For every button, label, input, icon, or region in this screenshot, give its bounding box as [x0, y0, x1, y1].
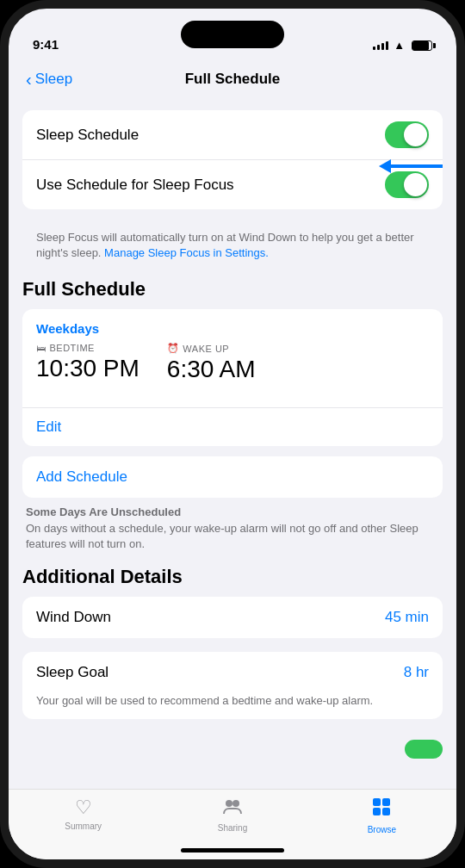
battery-fill: [412, 41, 429, 50]
weekday-label: Weekdays: [36, 321, 429, 336]
toggle-knob2: [404, 173, 427, 196]
sleep-goal-card: Sleep Goal 8 hr Your goal will be used t…: [22, 652, 443, 719]
bar2: [377, 45, 380, 50]
bedtime-col: 🛏 BEDTIME 10:30 PM: [36, 343, 140, 383]
use-schedule-toggle[interactable]: [385, 171, 429, 198]
summary-label: Summary: [65, 822, 102, 831]
arrow-line: [391, 164, 443, 168]
sharing-icon: [222, 797, 243, 821]
edit-button[interactable]: Edit: [22, 408, 443, 446]
bedtime-type: 🛏 BEDTIME: [36, 343, 140, 353]
toggle-knob: [404, 123, 427, 146]
additional-details-header: Additional Details: [22, 566, 443, 588]
scroll-content[interactable]: Sleep Schedule Use Schedule for Sleep Fo…: [9, 100, 456, 789]
svg-point-0: [226, 800, 232, 807]
sharing-label: Sharing: [218, 823, 247, 833]
wifi-icon: ▲: [394, 39, 405, 52]
green-badge: [405, 740, 443, 759]
sleep-goal-row[interactable]: Sleep Goal 8 hr: [22, 652, 443, 693]
use-schedule-label: Use Schedule for Sleep Focus: [36, 177, 234, 194]
signal-bars-icon: [373, 41, 388, 50]
wakeup-time: 6:30 AM: [167, 356, 256, 383]
summary-icon: ♡: [75, 797, 92, 819]
nav-bar: ‹ Sleep Full Schedule: [9, 59, 456, 100]
bar1: [373, 46, 375, 50]
sleep-focus-link[interactable]: Manage Sleep Focus in Settings.: [104, 246, 269, 259]
svg-rect-3: [382, 798, 390, 806]
phone-frame: 9:41 ▲ ‹ Sleep Full Schedule: [0, 0, 465, 868]
sleep-goal-note: Your goal will be used to recommend a be…: [22, 693, 443, 719]
browse-label: Browse: [368, 825, 396, 834]
bottom-spacer: [22, 733, 443, 759]
dynamic-island: [181, 21, 284, 48]
tab-sharing[interactable]: Sharing: [158, 797, 307, 833]
unscheduled-body: On days without a schedule, your wake-up…: [26, 522, 418, 550]
schedule-card: Weekdays 🛏 BEDTIME 10:30 PM ⏰ WAKE UP: [22, 309, 443, 446]
alarm-icon: ⏰: [167, 343, 180, 354]
sleep-goal-label: Sleep Goal: [36, 664, 108, 681]
sleep-schedule-row: Sleep Schedule: [22, 110, 443, 159]
svg-point-1: [232, 800, 239, 807]
schedule-inner: Weekdays 🛏 BEDTIME 10:30 PM ⏰ WAKE UP: [22, 309, 443, 397]
wakeup-type: ⏰ WAKE UP: [167, 343, 256, 354]
nav-title: Full Schedule: [185, 71, 281, 88]
sleep-schedule-label: Sleep Schedule: [36, 127, 139, 144]
wind-down-card: Wind Down 45 min: [22, 597, 443, 638]
back-label: Sleep: [35, 71, 72, 88]
sleep-schedule-toggle[interactable]: [385, 121, 429, 148]
back-button[interactable]: ‹ Sleep: [26, 71, 72, 88]
svg-rect-2: [373, 798, 381, 806]
home-indicator: [181, 848, 284, 852]
tab-browse[interactable]: Browse: [307, 797, 456, 834]
svg-rect-5: [382, 808, 390, 815]
wakeup-type-label: WAKE UP: [183, 344, 229, 354]
chevron-left-icon: ‹: [26, 71, 32, 88]
bar4: [386, 41, 388, 50]
status-icons: ▲: [373, 39, 432, 52]
wind-down-label: Wind Down: [36, 609, 111, 626]
svg-rect-4: [373, 808, 381, 815]
arrow-annotation: [379, 159, 443, 173]
bar3: [381, 43, 384, 50]
bed-icon: 🛏: [36, 343, 46, 353]
sleep-goal-value: 8 hr: [404, 664, 429, 681]
wakeup-col: ⏰ WAKE UP 6:30 AM: [167, 343, 256, 383]
bedtime-time: 10:30 PM: [36, 355, 140, 382]
bedtime-type-label: BEDTIME: [50, 343, 95, 353]
full-schedule-header: Full Schedule: [22, 278, 443, 301]
unscheduled-title: Some Days Are Unscheduled: [26, 505, 181, 518]
unscheduled-note: Some Days Are Unscheduled On days withou…: [22, 505, 443, 552]
battery-icon: [412, 40, 432, 51]
time-row: 🛏 BEDTIME 10:30 PM ⏰ WAKE UP 6:30 AM: [36, 343, 429, 383]
wind-down-row[interactable]: Wind Down 45 min: [22, 597, 443, 638]
wind-down-value: 45 min: [385, 609, 429, 626]
tab-summary[interactable]: ♡ Summary: [9, 797, 158, 831]
sleep-focus-description: Sleep Focus will automatically turn on a…: [22, 223, 443, 271]
browse-icon: [371, 797, 392, 822]
arrow-head-icon: [379, 159, 391, 173]
add-schedule-card: Add Schedule: [22, 456, 443, 498]
status-time: 9:41: [33, 37, 59, 52]
add-schedule-button[interactable]: Add Schedule: [22, 456, 443, 498]
